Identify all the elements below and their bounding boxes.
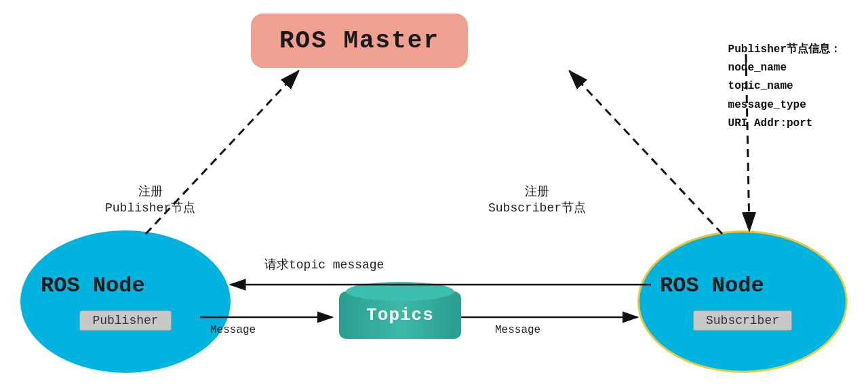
ros-master-label: ROS Master bbox=[279, 27, 439, 55]
publisher-badge: Publisher bbox=[79, 310, 171, 331]
topics-label: Topics bbox=[366, 305, 434, 325]
ros-node-left: ROS Node Publisher bbox=[20, 230, 231, 373]
subscriber-badge: Subscriber bbox=[693, 310, 792, 331]
topics-container: Topics bbox=[332, 291, 468, 339]
info-line2: node_name bbox=[728, 59, 841, 77]
svg-line-4 bbox=[570, 71, 722, 234]
annotation-message-right: Message bbox=[495, 324, 540, 336]
info-line1: Publisher节点信息： bbox=[728, 41, 841, 59]
info-line5: URI Addr:port bbox=[728, 115, 841, 133]
ros-node-right: ROS Node Subscriber bbox=[637, 230, 848, 373]
ros-node-right-title: ROS Node bbox=[660, 273, 764, 298]
annotation-request-topic: 请求topic message bbox=[264, 256, 384, 272]
topics-cylinder: Topics bbox=[339, 291, 461, 339]
diagram: ROS Master ROS Node Publisher ROS Node S… bbox=[0, 0, 868, 387]
info-line3: topic_name bbox=[728, 77, 841, 96]
annotation-right-register: 注册 Subscriber节点 bbox=[488, 169, 586, 216]
annotation-left-register: 注册 Publisher节点 bbox=[105, 169, 195, 216]
ros-node-left-title: ROS Node bbox=[41, 273, 145, 298]
ros-master-box: ROS Master bbox=[251, 14, 468, 68]
annotation-message-left: Message bbox=[210, 324, 256, 336]
info-line4: message_type bbox=[728, 96, 841, 115]
info-box: Publisher节点信息： node_name topic_name mess… bbox=[728, 41, 841, 133]
